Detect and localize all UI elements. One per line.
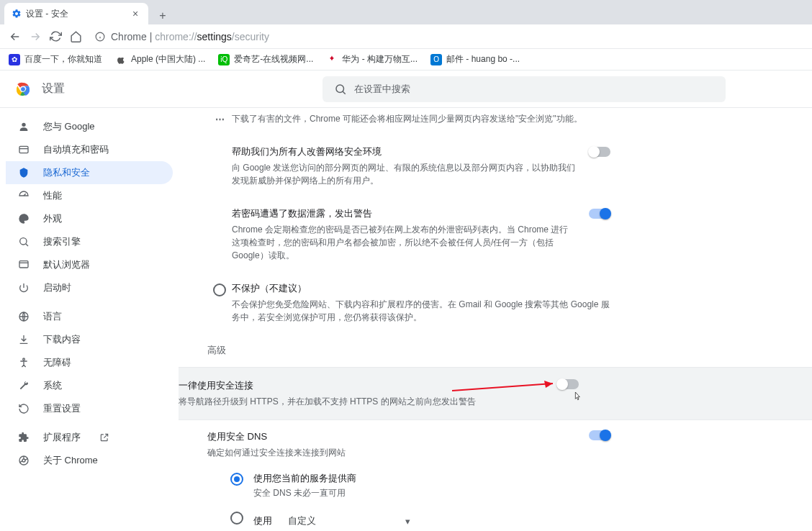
svg-point-4 <box>336 85 344 93</box>
site-info-icon[interactable] <box>95 32 105 42</box>
new-tab-button[interactable]: + <box>154 7 171 24</box>
download-icon <box>17 334 30 345</box>
row-title: 一律使用安全连接 <box>179 379 547 392</box>
bookmark-baidu[interactable]: ✿ 百度一下，你就知道 <box>9 53 102 65</box>
autofill-icon <box>17 144 30 155</box>
bookmark-apple[interactable]: Apple (中国大陆) ... <box>115 53 205 65</box>
bookmark-label: 爱奇艺-在线视频网... <box>234 53 313 65</box>
open-external-icon <box>99 432 109 442</box>
apple-icon <box>115 54 127 65</box>
sidebar-item-label: 扩展程序 <box>43 431 81 444</box>
settings-content: ⋯ 下载了有害的文件，Chrome 可能还会将相应网址连同少量网页内容发送给"安… <box>179 108 812 531</box>
sidebar-item-accessibility[interactable]: 无障碍 <box>6 351 173 374</box>
no-protection-row[interactable]: 不保护（不建议） 不会保护您免受危险网站、下载内容和扩展程序的侵害。在 Gmai… <box>207 272 610 334</box>
tab-strip: 设置 - 安全 × + <box>0 0 812 24</box>
sidebar-item-system[interactable]: 系统 <box>6 374 173 397</box>
sidebar-item-label: 外观 <box>43 212 62 225</box>
bookmark-label: 邮件 - huang bo -... <box>446 53 520 65</box>
bookmark-label: Apple (中国大陆) ... <box>131 53 205 65</box>
sidebar-item-label: 下载内容 <box>43 333 81 346</box>
dns-custom-option[interactable]: 使用 自定义 ▾ <box>230 505 610 531</box>
svg-point-10 <box>23 358 25 360</box>
search-placeholder: 在设置中搜索 <box>354 83 410 96</box>
sidebar-item-privacy-security[interactable]: 隐私和安全 <box>6 161 173 184</box>
bookmark-label: 华为 - 构建万物互... <box>342 53 418 65</box>
browser-tab-active[interactable]: 设置 - 安全 × <box>4 3 148 24</box>
paw-icon: ✿ <box>9 54 20 65</box>
person-icon <box>17 121 30 132</box>
globe-icon <box>17 311 30 322</box>
secure-dns-toggle[interactable] <box>589 430 610 440</box>
settings-sidebar: 您与 Google 自动填充和密码 隐私和安全 性能 外观 搜索引擎 默认浏览器 <box>0 108 179 531</box>
sidebar-item-appearance[interactable]: 外观 <box>6 207 173 230</box>
sidebar-item-autofill[interactable]: 自动填充和密码 <box>6 138 173 161</box>
dns-current-provider-radio[interactable] <box>230 473 243 486</box>
bookmark-label: 百度一下，你就知道 <box>24 53 102 65</box>
power-icon <box>17 282 30 294</box>
search-icon <box>17 236 30 248</box>
tab-title: 设置 - 安全 <box>26 8 125 20</box>
row-description: 将导航路径升级到 HTTPS，并在加载不支持 HTTPS 的网站之前向您发出警告 <box>179 395 547 408</box>
wrench-icon <box>17 380 30 391</box>
close-icon[interactable]: × <box>130 8 141 19</box>
sidebar-item-label: 系统 <box>43 379 62 392</box>
sidebar-item-label: 您与 Google <box>43 120 95 133</box>
option-description: 安全 DNS 未必一直可用 <box>253 486 356 499</box>
svg-point-12 <box>22 459 25 462</box>
sidebar-item-search-engine[interactable]: 搜索引擎 <box>6 230 173 253</box>
password-leak-row: 若密码遭遇了数据泄露，发出警告 Chrome 会定期检查您的密码是否已被列在网上… <box>207 197 610 272</box>
sidebar-item-label: 无障碍 <box>43 356 71 369</box>
huawei-icon <box>326 54 338 65</box>
improve-security-toggle[interactable] <box>589 147 610 157</box>
bookmark-huawei[interactable]: 华为 - 构建万物互... <box>326 53 418 65</box>
back-button[interactable] <box>7 29 23 45</box>
cursor-pointer-icon <box>572 389 583 404</box>
sidebar-item-reset[interactable]: 重置设置 <box>6 397 173 420</box>
sidebar-item-default-browser[interactable]: 默认浏览器 <box>6 253 173 276</box>
chevron-down-icon: ▾ <box>405 516 410 527</box>
sidebar-item-label: 关于 Chrome <box>43 454 98 467</box>
svg-point-7 <box>20 238 27 245</box>
reload-button[interactable] <box>48 29 63 45</box>
row-title: 帮助我们为所有人改善网络安全环境 <box>232 145 576 158</box>
browser-icon <box>17 259 30 271</box>
bookmark-outlook[interactable]: O 邮件 - huang bo -... <box>430 53 520 65</box>
dns-provider-select[interactable]: 自定义 ▾ <box>281 511 418 531</box>
always-use-https-toggle[interactable] <box>557 379 579 389</box>
svg-rect-6 <box>19 146 28 153</box>
option-title: 使用您当前的服务提供商 <box>253 472 356 485</box>
url-text: Chrome | chrome://settings/security <box>111 31 269 42</box>
gear-icon <box>12 9 22 19</box>
forward-button[interactable] <box>27 29 43 45</box>
sidebar-item-about[interactable]: 关于 Chrome <box>6 449 173 472</box>
shield-icon <box>17 167 30 178</box>
row-title: 若密码遭遇了数据泄露，发出警告 <box>232 207 576 220</box>
bookmark-iqiyi[interactable]: iQ 爱奇艺-在线视频网... <box>218 53 313 65</box>
row-title: 使用安全 DNS <box>207 430 576 443</box>
svg-rect-8 <box>19 261 28 268</box>
extension-icon <box>17 432 30 443</box>
iqiyi-icon: iQ <box>218 54 230 65</box>
password-leak-toggle[interactable] <box>589 209 610 219</box>
home-button[interactable] <box>68 29 84 45</box>
sidebar-item-on-startup[interactable]: 启动时 <box>6 276 173 299</box>
sidebar-item-languages[interactable]: 语言 <box>6 305 173 328</box>
sidebar-item-performance[interactable]: 性能 <box>6 184 173 207</box>
sidebar-item-label: 搜索引擎 <box>43 235 81 248</box>
improve-security-row: 帮助我们为所有人改善网络安全环境 向 Google 发送您访问的部分网页的网址、… <box>207 135 610 197</box>
sidebar-item-downloads[interactable]: 下载内容 <box>6 328 173 351</box>
sidebar-item-label: 隐私和安全 <box>43 166 90 179</box>
dns-current-provider-option[interactable]: 使用您当前的服务提供商 安全 DNS 未必一直可用 <box>230 466 610 505</box>
sidebar-item-extensions[interactable]: 扩展程序 <box>6 426 173 449</box>
always-use-https-row: 一律使用安全连接 将导航路径升级到 HTTPS，并在加载不支持 HTTPS 的网… <box>179 367 812 420</box>
advanced-section-label: 高级 <box>207 334 610 363</box>
option-label: 使用 <box>253 514 272 527</box>
sidebar-item-you-and-google[interactable]: 您与 Google <box>6 115 173 138</box>
dns-custom-radio[interactable] <box>230 512 243 525</box>
settings-search-input[interactable]: 在设置中搜索 <box>322 76 726 102</box>
row-description: 不会保护您免受危险网站、下载内容和扩展程序的侵害。在 Gmail 和 Googl… <box>232 298 610 324</box>
browser-toolbar: Chrome | chrome://settings/security <box>0 24 812 49</box>
accessibility-icon <box>17 357 30 368</box>
address-bar[interactable]: Chrome | chrome://settings/security <box>88 27 805 47</box>
no-protection-radio[interactable] <box>213 283 226 296</box>
